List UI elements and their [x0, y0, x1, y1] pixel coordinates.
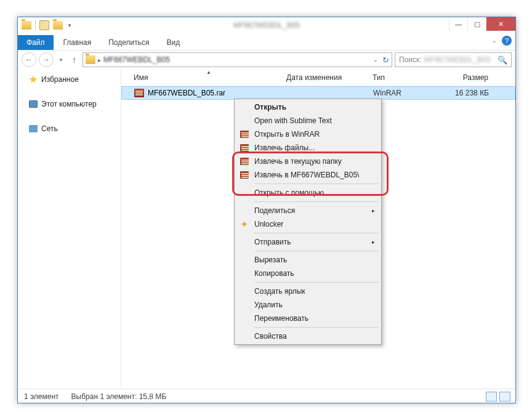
- separator: [254, 201, 379, 202]
- view-switcher: [486, 392, 510, 402]
- menu-cut[interactable]: Вырезать: [236, 253, 380, 267]
- up-button[interactable]: ↑: [68, 55, 80, 65]
- file-row[interactable]: MF667WEBDL_B05.rar WinRAR 16 238 КБ: [121, 86, 515, 100]
- folder-icon: [86, 55, 95, 64]
- network-icon: [29, 125, 38, 132]
- forward-button[interactable]: →: [39, 52, 54, 67]
- tab-view[interactable]: Вид: [158, 35, 188, 50]
- breadcrumb[interactable]: MF667WEBDL_B05: [103, 55, 170, 64]
- column-headers: Имя ▲ Дата изменения Тип Размер: [121, 69, 515, 86]
- menu-properties[interactable]: Свойства: [236, 329, 380, 343]
- search-placeholder: MF667WEBDL_B05: [424, 55, 491, 64]
- properties-icon[interactable]: [39, 20, 49, 30]
- file-size-cell: 16 238 КБ: [431, 89, 493, 97]
- separator: [35, 20, 36, 30]
- menu-shortcut[interactable]: Создать ярлык: [236, 285, 380, 298]
- separator: [254, 251, 379, 251]
- sidebar-item-favorites[interactable]: Избранное: [18, 73, 121, 86]
- rar-archive-icon: [134, 89, 144, 97]
- menu-open-with[interactable]: Открыть с помощью...: [236, 186, 380, 200]
- history-dropdown-icon[interactable]: ▼: [56, 57, 66, 63]
- menu-open[interactable]: Открыть: [236, 100, 380, 114]
- separator: [254, 233, 379, 233]
- submenu-arrow-icon: ▸: [372, 239, 375, 245]
- back-button[interactable]: ←: [22, 52, 36, 67]
- address-dropdown-icon[interactable]: ⌄: [373, 57, 378, 63]
- status-bar: 1 элемент Выбран 1 элемент: 15,8 МБ: [18, 389, 515, 403]
- status-selected: Выбран 1 элемент: 15,8 МБ: [71, 392, 167, 401]
- quick-access-toolbar: ▼: [22, 20, 73, 30]
- file-name: MF667WEBDL_B05.rar: [148, 89, 225, 97]
- details-view-icon[interactable]: [486, 392, 497, 402]
- title-bar: ▼ MF667WEBDL_B05 — ▢ ✕: [18, 17, 515, 33]
- search-icon[interactable]: 🔍: [498, 55, 507, 65]
- menu-open-sublime[interactable]: Open with Sublime Text: [236, 114, 380, 127]
- maximize-button[interactable]: ▢: [467, 17, 486, 31]
- file-name-cell: MF667WEBDL_B05.rar: [131, 89, 283, 97]
- column-type[interactable]: Тип: [369, 73, 430, 82]
- menu-extract-here[interactable]: Извлечь в текущую папку: [236, 155, 380, 168]
- status-count: 1 элемент: [24, 392, 59, 401]
- menu-copy[interactable]: Копировать: [236, 267, 380, 280]
- star-icon: [29, 75, 38, 84]
- menu-open-winrar[interactable]: Открыть в WinRAR: [236, 127, 380, 141]
- menu-send-to[interactable]: Отправить▸: [236, 235, 380, 249]
- ribbon: Файл Главная Поделиться Вид ⌄ ?: [18, 33, 515, 50]
- menu-extract-files[interactable]: Извлечь файлы...: [236, 141, 380, 155]
- window-title: MF667WEBDL_B05: [233, 21, 300, 30]
- address-bar[interactable]: ▸ MF667WEBDL_B05 ⌄ ↻: [83, 52, 392, 67]
- separator: [254, 282, 379, 283]
- new-folder-icon[interactable]: [53, 21, 63, 30]
- file-type-cell: WinRAR: [369, 89, 431, 97]
- computer-icon: [29, 100, 38, 108]
- sidebar-item-label: Этот компьютер: [41, 100, 97, 108]
- sidebar-item-network[interactable]: Сеть: [18, 122, 121, 135]
- sidebar-item-label: Избранное: [41, 75, 79, 84]
- file-tab[interactable]: Файл: [18, 35, 54, 50]
- help-icon[interactable]: ?: [502, 36, 512, 46]
- sidebar-item-label: Сеть: [41, 124, 58, 133]
- refresh-icon[interactable]: ↻: [382, 55, 389, 65]
- window-controls: — ▢ ✕: [449, 17, 515, 31]
- large-icons-view-icon[interactable]: [499, 392, 510, 402]
- menu-delete[interactable]: Удалить: [236, 298, 380, 312]
- tab-share[interactable]: Поделиться: [100, 35, 158, 50]
- search-label: Поиск:: [399, 55, 422, 64]
- navigation-bar: ← → ▼ ↑ ▸ MF667WEBDL_B05 ⌄ ↻ Поиск: MF66…: [18, 50, 515, 69]
- qat-dropdown-icon[interactable]: ▼: [66, 22, 73, 28]
- tab-home[interactable]: Главная: [55, 35, 100, 50]
- menu-unlocker[interactable]: Unlocker: [236, 217, 380, 231]
- menu-extract-to[interactable]: Извлечь в MF667WEBDL_B05\: [236, 168, 380, 182]
- column-name[interactable]: Имя ▲: [130, 73, 283, 82]
- close-button[interactable]: ✕: [486, 17, 515, 31]
- search-input[interactable]: Поиск: MF667WEBDL_B05 🔍: [395, 52, 512, 67]
- submenu-arrow-icon: ▸: [372, 208, 375, 214]
- navigation-pane: Избранное Этот компьютер Сеть: [18, 69, 121, 389]
- wand-icon: [240, 219, 249, 229]
- separator: [254, 327, 379, 328]
- menu-rename[interactable]: Переименовать: [236, 312, 380, 325]
- expand-ribbon-icon[interactable]: ⌄: [492, 38, 497, 44]
- column-size[interactable]: Размер: [430, 73, 492, 82]
- minimize-button[interactable]: —: [449, 17, 467, 31]
- sidebar-item-this-pc[interactable]: Этот компьютер: [18, 97, 121, 111]
- chevron-right-icon[interactable]: ▸: [98, 57, 101, 63]
- menu-share[interactable]: Поделиться▸: [236, 204, 380, 217]
- sort-ascending-icon: ▲: [206, 70, 211, 75]
- folder-icon: [22, 21, 31, 30]
- separator: [254, 184, 379, 184]
- context-menu: Открыть Open with Sublime Text Открыть в…: [234, 99, 382, 345]
- column-date[interactable]: Дата изменения: [283, 73, 369, 82]
